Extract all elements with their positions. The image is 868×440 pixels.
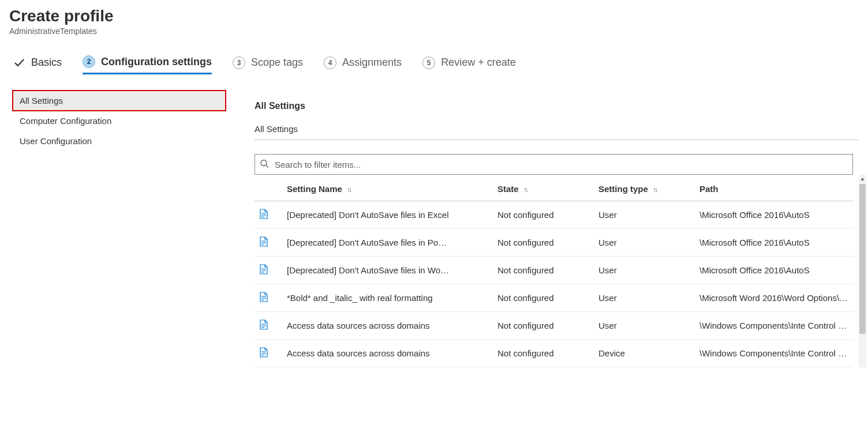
step-number-badge: 5 (422, 57, 435, 69)
divider (255, 140, 859, 140)
wizard-step-1[interactable]: 2Configuration settings (83, 55, 212, 74)
svg-line-1 (266, 166, 268, 168)
wizard-step-3[interactable]: 4Assignments (324, 57, 402, 74)
cell-state: Not configured (493, 312, 594, 340)
step-label: Assignments (342, 57, 402, 69)
sort-icon: ↑↓ (653, 186, 656, 194)
cell-type: User (594, 312, 695, 340)
step-label: Scope tags (251, 57, 303, 69)
document-icon (259, 209, 268, 221)
table-row[interactable]: Access data sources across domainsNot co… (255, 340, 853, 367)
breadcrumb: All Settings (255, 124, 859, 134)
table-row[interactable]: [Deprecated] Don't AutoSave files in Exc… (255, 201, 853, 229)
settings-tree-sidebar: All SettingsComputer ConfigurationUser C… (9, 91, 226, 367)
page-title: Create profile (9, 7, 859, 25)
cell-setting-name: [Deprecated] Don't AutoSave files in Po… (282, 229, 493, 257)
document-icon (259, 292, 268, 304)
cell-setting-name: [Deprecated] Don't AutoSave files in Exc… (282, 201, 493, 229)
column-header-path[interactable]: Path (695, 175, 853, 201)
table-row[interactable]: *Bold* and _italic_ with real formatting… (255, 284, 853, 312)
cell-path: \Microsoft Office 2016\AutoS (695, 257, 853, 284)
column-header-name[interactable]: Setting Name ↑↓ (282, 175, 493, 201)
cell-path: \Windows Components\Inte Control Panel\S… (695, 340, 853, 367)
sidebar-item-0[interactable]: All Settings (13, 91, 226, 111)
cell-type: Device (594, 340, 695, 367)
cell-state: Not configured (493, 201, 594, 229)
sidebar-item-2[interactable]: User Configuration (13, 131, 226, 151)
cell-setting-name: *Bold* and _italic_ with real formatting (282, 284, 493, 312)
step-label: Review + create (441, 57, 516, 69)
settings-table: Setting Name ↑↓ State ↑↓ Setting type ↑↓ (255, 175, 853, 367)
vertical-scrollbar[interactable]: ▲ (859, 175, 866, 367)
scrollbar-thumb[interactable] (859, 184, 866, 334)
cell-state: Not configured (493, 284, 594, 312)
document-icon (259, 236, 268, 249)
cell-state: Not configured (493, 229, 594, 257)
wizard-steps: Basics2Configuration settings3Scope tags… (9, 55, 859, 74)
step-number-badge: 2 (83, 55, 95, 68)
cell-type: User (594, 284, 695, 312)
wizard-step-4[interactable]: 5Review + create (422, 57, 516, 74)
step-label: Basics (31, 57, 62, 69)
cell-path: \Microsoft Office 2016\AutoS (695, 201, 853, 229)
cell-state: Not configured (493, 257, 594, 284)
cell-path: \Windows Components\Inte Control Panel\S… (695, 312, 853, 340)
column-header-state[interactable]: State ↑↓ (493, 175, 594, 201)
document-icon (259, 347, 268, 359)
table-row[interactable]: Access data sources across domainsNot co… (255, 312, 853, 340)
panel-heading: All Settings (255, 101, 859, 111)
check-icon (13, 57, 25, 69)
cell-state: Not configured (493, 340, 594, 367)
search-input[interactable] (255, 154, 853, 175)
table-row[interactable]: [Deprecated] Don't AutoSave files in Wo…… (255, 257, 853, 284)
cell-type: User (594, 229, 695, 257)
step-number-badge: 4 (324, 57, 336, 69)
table-row[interactable]: [Deprecated] Don't AutoSave files in Po…… (255, 229, 853, 257)
page-subtitle: AdministrativeTemplates (9, 27, 859, 36)
document-icon (259, 264, 268, 276)
document-icon (259, 319, 268, 332)
wizard-step-2[interactable]: 3Scope tags (233, 57, 303, 74)
cell-setting-name: [Deprecated] Don't AutoSave files in Wo… (282, 257, 493, 284)
sidebar-item-1[interactable]: Computer Configuration (13, 111, 226, 131)
column-header-type[interactable]: Setting type ↑↓ (594, 175, 695, 201)
sort-icon: ↑↓ (347, 186, 350, 194)
cell-path: \Microsoft Office 2016\AutoS (695, 229, 853, 257)
cell-type: User (594, 257, 695, 284)
cell-setting-name: Access data sources across domains (282, 340, 493, 367)
step-number-badge: 3 (233, 57, 245, 69)
cell-type: User (594, 201, 695, 229)
wizard-step-0[interactable]: Basics (13, 57, 62, 74)
search-icon (260, 159, 269, 170)
scroll-up-icon[interactable]: ▲ (859, 175, 866, 182)
svg-point-0 (261, 160, 267, 166)
sort-icon: ↑↓ (523, 186, 527, 194)
cell-path: \Microsoft Word 2016\Word Options\Proofi… (695, 284, 853, 312)
cell-setting-name: Access data sources across domains (282, 312, 493, 340)
step-label: Configuration settings (101, 56, 212, 68)
